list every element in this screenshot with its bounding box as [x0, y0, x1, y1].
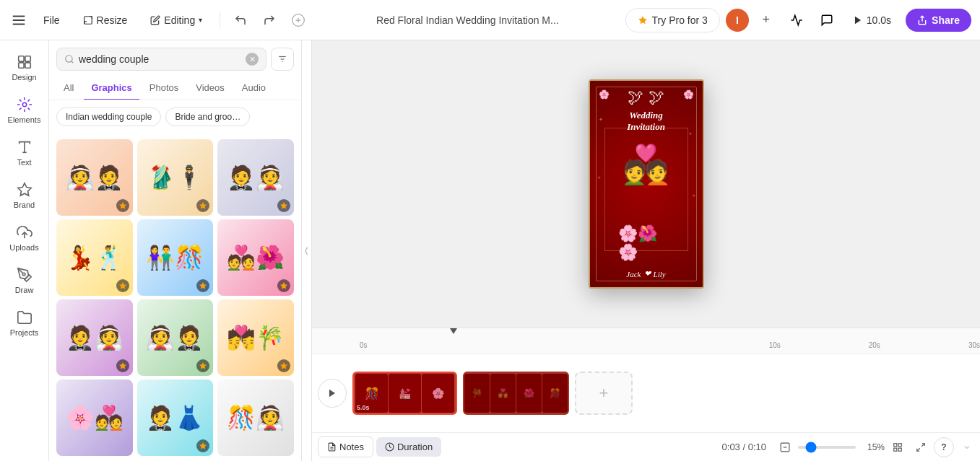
search-icon — [64, 54, 74, 64]
result-item[interactable]: 🎊👰 — [217, 379, 294, 456]
result-item[interactable]: 💃🕺 — [56, 219, 133, 296]
svg-marker-25 — [280, 202, 287, 209]
suggestion-bride-groom[interactable]: Bride and groo… — [165, 107, 250, 126]
magic-button[interactable] — [287, 9, 310, 32]
uploads-icon — [16, 224, 33, 241]
timeline-play-button[interactable] — [318, 379, 347, 408]
zoom-slider[interactable] — [798, 446, 856, 449]
grid-icon — [893, 442, 903, 452]
svg-rect-39 — [894, 443, 897, 446]
card-hearts: ❤ — [644, 269, 651, 278]
editing-chevron: ▾ — [199, 16, 202, 24]
timeline-controls-right: 15% ? — [775, 437, 954, 457]
tab-photos[interactable]: Photos — [142, 76, 186, 100]
user-avatar[interactable]: I — [726, 9, 749, 32]
results-grid: 👰🤵 🥻🕴 🤵👰 💃🕺 👫🎊 💑🌺 — [49, 133, 301, 461]
search-panel: ✕ All Graphics Photos Videos Audio India… — [49, 40, 302, 461]
wedding-card: 🕊 🕊 Wedding Invitation 💑 🌸🌺🌸 Jack — [589, 79, 704, 289]
result-item[interactable]: 👰🤵 — [137, 299, 214, 376]
fit-icon — [780, 442, 790, 452]
playhead — [454, 328, 455, 354]
ruler-marks: 0s 10s 20s 30s — [312, 341, 980, 351]
elements-icon — [16, 96, 33, 113]
clip-secondary[interactable]: 🎋 💑 🌺 🎊 — [463, 372, 569, 415]
search-clear-button[interactable]: ✕ — [246, 53, 259, 66]
resize-button[interactable]: Resize — [74, 10, 136, 30]
result-item[interactable]: 🥻🕴 — [137, 139, 214, 216]
play-time-button[interactable]: 10.0s — [844, 10, 900, 30]
clip-selected[interactable]: 🎊 💒 🌸 5.0s — [352, 372, 457, 415]
sidebar-item-design[interactable]: Design — [0, 46, 48, 89]
add-scene-icon: + — [599, 384, 609, 403]
pro-badge — [116, 279, 129, 292]
duration-button[interactable]: Duration — [376, 437, 441, 457]
svg-marker-33 — [329, 390, 335, 398]
result-item[interactable]: 🤵👗 — [137, 379, 214, 456]
timeline-area: 0s 10s 20s 30s — [312, 328, 980, 461]
help-button[interactable]: ? — [934, 437, 954, 457]
svg-rect-10 — [18, 63, 23, 68]
fullscreen-button[interactable] — [911, 437, 931, 457]
brand-icon — [16, 181, 33, 198]
comments-button[interactable] — [815, 9, 838, 32]
try-pro-label: Try Pro for 3 — [652, 14, 708, 26]
tab-graphics[interactable]: Graphics — [84, 76, 139, 100]
sidebar-item-brand[interactable]: Brand — [0, 174, 48, 216]
collapse-timeline-button[interactable] — [960, 440, 974, 455]
analytics-button[interactable] — [784, 9, 810, 32]
card-title-line2: Invitation — [627, 121, 665, 133]
card-doves: 🕊 🕊 — [628, 88, 664, 107]
collapse-handle[interactable] — [302, 40, 312, 461]
share-button[interactable]: Share — [906, 9, 971, 32]
result-item[interactable]: 💏🎋 — [217, 299, 294, 376]
sidebar-item-text[interactable]: Text — [0, 131, 48, 174]
redo-icon — [263, 14, 276, 27]
result-item[interactable]: 💑🌺 — [217, 219, 294, 296]
clip-duration-label: 5.0s — [357, 404, 370, 411]
card-floral-tl: 🌸 — [599, 89, 610, 100]
duration-label: Duration — [397, 442, 433, 452]
sidebar-item-draw[interactable]: Draw — [0, 259, 48, 302]
star-4: ★ — [692, 193, 695, 198]
editing-button[interactable]: Editing ▾ — [142, 10, 211, 30]
fullscreen-icon — [916, 442, 926, 452]
result-item[interactable]: 🌸💑 — [56, 379, 133, 456]
result-item[interactable]: 🤵👰 — [217, 139, 294, 216]
pro-badge — [196, 359, 209, 372]
timeline-bottom: Notes Duration 0:03 / 0:10 15% — [312, 432, 980, 461]
projects-icon — [16, 309, 33, 326]
grid-view-button[interactable] — [888, 437, 908, 457]
suggestion-indian-wedding[interactable]: Indian wedding couple — [56, 107, 161, 126]
notes-button[interactable]: Notes — [318, 436, 373, 457]
result-item[interactable]: 👰🤵 — [56, 139, 133, 216]
play-icon — [853, 15, 863, 25]
add-button[interactable]: + — [755, 9, 778, 32]
tab-audio[interactable]: Audio — [235, 76, 273, 100]
sidebar-item-uploads[interactable]: Uploads — [0, 216, 48, 259]
menu-icon[interactable] — [9, 10, 29, 30]
result-item[interactable]: 👫🎊 — [137, 219, 214, 296]
svg-point-17 — [22, 273, 25, 276]
file-button[interactable]: File — [35, 10, 69, 30]
result-item[interactable]: 🤵👰 — [56, 299, 133, 376]
search-input[interactable] — [79, 53, 241, 65]
try-pro-button[interactable]: Try Pro for 3 — [625, 8, 720, 32]
search-bar-row: ✕ — [49, 40, 301, 76]
add-scene-button[interactable]: + — [575, 372, 633, 415]
search-filter-button[interactable] — [271, 48, 294, 71]
sidebar-item-projects[interactable]: Projects — [0, 302, 48, 344]
undo-button[interactable] — [229, 9, 252, 32]
topbar-center: Red Floral Indian Wedding Invitation M..… — [316, 14, 619, 26]
svg-rect-41 — [894, 448, 897, 451]
tab-videos[interactable]: Videos — [188, 76, 232, 100]
canvas-viewport[interactable]: 🕊 🕊 Wedding Invitation 💑 🌸🌺🌸 Jack — [312, 40, 980, 328]
search-bar: ✕ — [56, 48, 266, 71]
projects-label: Projects — [10, 328, 39, 337]
redo-button[interactable] — [258, 9, 281, 32]
svg-marker-32 — [199, 442, 207, 449]
zoom-percent: 15% — [859, 442, 885, 452]
fit-button[interactable] — [775, 437, 795, 457]
sidebar-item-elements[interactable]: Elements — [0, 89, 48, 131]
card-floral-bottom: 🌸🌺🌸 — [618, 224, 675, 262]
tab-all[interactable]: All — [56, 76, 81, 100]
